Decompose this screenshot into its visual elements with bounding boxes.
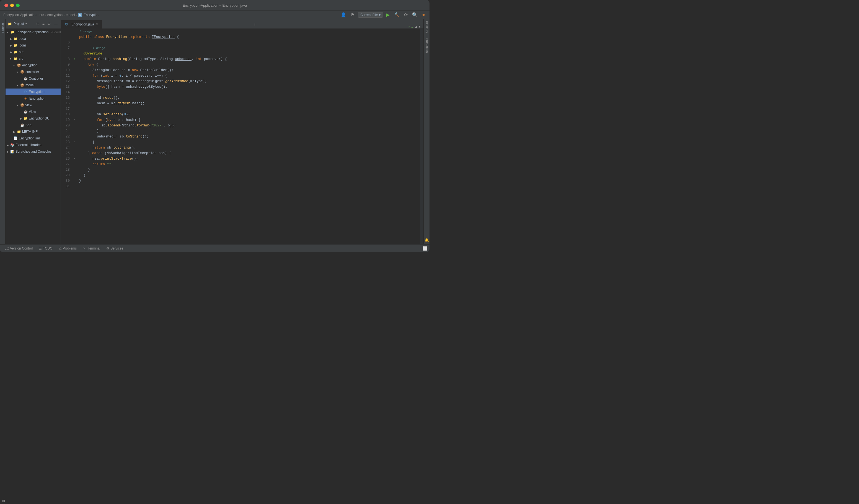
code-line-19: sb . setLength ( 0 ); bbox=[79, 112, 418, 117]
arrow-out: ▶ bbox=[10, 51, 13, 54]
colon-20: : bbox=[122, 117, 126, 123]
close-button[interactable] bbox=[4, 4, 8, 7]
dot-19: . bbox=[101, 112, 103, 117]
param-passover: passover bbox=[204, 57, 221, 62]
tree-item-idea[interactable]: ▶ 📁 .idea bbox=[5, 35, 61, 42]
tree-item-icons[interactable]: ▶ 📁 icons bbox=[5, 42, 61, 49]
semi-12b: ; bbox=[151, 73, 155, 79]
expand-bottom-panel[interactable]: ⬜ bbox=[423, 246, 427, 250]
breadcrumb-file[interactable]: Encryption bbox=[84, 13, 99, 17]
type-string-9: String bbox=[98, 57, 113, 62]
current-file-button[interactable]: Current File ▾ bbox=[358, 12, 383, 18]
sidebar-dropdown[interactable]: ▾ bbox=[26, 22, 27, 25]
tree-label-view-class: View bbox=[29, 110, 36, 114]
paren-13: (mdType); bbox=[188, 79, 207, 84]
bookmarks-tab[interactable]: Bookmarks bbox=[425, 36, 428, 55]
tree-item-controller[interactable]: ▾ 📦 controller bbox=[5, 68, 61, 75]
parens-11: (); bbox=[167, 67, 174, 73]
tree-item-encryption-class[interactable]: ▶ © Encryption bbox=[5, 89, 61, 95]
tab-services[interactable]: ⚙ Services bbox=[104, 245, 126, 251]
breadcrumb-model[interactable]: model bbox=[66, 13, 75, 17]
var-md-13: md bbox=[126, 79, 132, 84]
kw-for-12: for bbox=[92, 73, 101, 79]
tree-item-encryption[interactable]: ▾ 📦 encryption bbox=[5, 62, 61, 68]
kw-byte-20: byte bbox=[107, 117, 118, 123]
brace-close-22: } bbox=[97, 128, 99, 134]
code-line-28: return "" ; bbox=[79, 162, 418, 167]
tab-terminal[interactable]: >_ Terminal bbox=[80, 245, 103, 251]
param-unhashed: unhashed bbox=[175, 57, 192, 62]
code-line-25: return sb . toString (); bbox=[79, 145, 418, 151]
tab-todo[interactable]: ☰ TODO bbox=[36, 245, 55, 251]
center-layout: © Encryption.java ✕ ⋮ ✓ 1 ▲▼ 5 6 7 bbox=[61, 19, 430, 244]
tab-problems[interactable]: ⚠ Problems bbox=[56, 245, 80, 251]
fn-print-27: printStackTrace bbox=[101, 156, 132, 162]
folder-icon-src: 📁 bbox=[13, 57, 18, 61]
tree-item-scratches[interactable]: ▶ 📝 Scratches and Consoles bbox=[5, 148, 61, 155]
tree-item-view[interactable]: ▾ 📦 view bbox=[5, 102, 61, 108]
code-line-23: unhashed = sb . toString (); bbox=[79, 134, 418, 139]
code-line-17: hash = md . digest (hash); bbox=[79, 101, 418, 106]
code-line-24: } bbox=[79, 139, 418, 145]
comma-9b: , bbox=[192, 57, 196, 62]
settings-button[interactable]: ⚙ bbox=[46, 21, 52, 26]
profile-button[interactable]: 👤 bbox=[340, 12, 347, 18]
code-editor[interactable]: 5 6 7 8 9 10 11 12 13 14 15 16 17 18 1 bbox=[61, 29, 423, 244]
tree-item-view-class[interactable]: ▶ ☕ View bbox=[5, 108, 61, 115]
code-line-8: @Override bbox=[79, 51, 418, 57]
tree-item-model[interactable]: ▾ 📦 model bbox=[5, 82, 61, 89]
tree-label-view: view bbox=[26, 103, 32, 107]
arrow-src: ▾ bbox=[10, 57, 13, 60]
arrow-meta-inf: ▶ bbox=[13, 130, 17, 133]
tab-more-button[interactable]: ⋮ bbox=[251, 20, 259, 29]
notifications-button[interactable]: ● bbox=[421, 11, 426, 18]
tab-close-button[interactable]: ✕ bbox=[96, 23, 98, 26]
breadcrumb-encryption[interactable]: encryption bbox=[47, 13, 62, 17]
kw-int-12: int bbox=[103, 73, 111, 79]
tree-label-controller: controller bbox=[26, 70, 39, 74]
arrow-encryption: ▾ bbox=[13, 64, 17, 67]
close-sidebar-button[interactable]: — bbox=[53, 21, 58, 26]
tree-item-controller-class[interactable]: ▶ ☕ Controller bbox=[5, 75, 61, 82]
collapse-all-button[interactable]: ≡ bbox=[42, 21, 45, 26]
paren-12: ( bbox=[101, 73, 103, 79]
tree-item-external-libraries[interactable]: ▶ 📚 External Libraries bbox=[5, 142, 61, 148]
tree-item-src[interactable]: ▾ 📁 src bbox=[5, 55, 61, 62]
structure-tab[interactable]: Structure bbox=[425, 19, 428, 36]
var-hash-17: hash bbox=[97, 101, 107, 106]
dot-16: . bbox=[101, 95, 103, 101]
todo-icon: ☰ bbox=[39, 246, 42, 250]
folder-icon-icons: 📁 bbox=[13, 43, 18, 48]
minimize-button[interactable] bbox=[10, 4, 14, 7]
tree-item-out[interactable]: ▶ 📁 out bbox=[5, 49, 61, 55]
tab-version-control[interactable]: ⎇ Version Control bbox=[2, 245, 35, 251]
brace-10: { bbox=[96, 62, 99, 67]
validation-arrows[interactable]: ▲▼ bbox=[415, 25, 421, 29]
build-button[interactable]: 🔨 bbox=[393, 12, 401, 18]
navigate-button[interactable]: ⚑ bbox=[349, 12, 356, 18]
breadcrumb-sep-3: › bbox=[64, 13, 65, 17]
rebuild-button[interactable]: ⟳ bbox=[403, 12, 409, 18]
search-button[interactable]: 🔍 bbox=[411, 12, 419, 18]
tree-item-encryption-iml[interactable]: ▶ 📄 Encryption.iml bbox=[5, 135, 61, 142]
folder-icon-encryption-gui: 📁 bbox=[23, 116, 28, 121]
tree-item-meta-inf[interactable]: ▶ 📁 META-INF bbox=[5, 128, 61, 135]
bell-icon[interactable]: 🔔 bbox=[424, 238, 429, 242]
tab-encryption-java[interactable]: © Encryption.java ✕ bbox=[61, 20, 102, 29]
maximize-button[interactable] bbox=[16, 4, 20, 7]
breadcrumb-src[interactable]: src bbox=[40, 13, 44, 17]
breadcrumb-project[interactable]: Encryption-Application bbox=[3, 13, 36, 17]
run-button[interactable]: ▶ bbox=[385, 12, 391, 18]
locate-button[interactable]: ⊕ bbox=[35, 21, 41, 26]
project-tab-label[interactable]: Project bbox=[1, 21, 4, 35]
code-content[interactable]: 1 usage public class Encryption implemen… bbox=[77, 29, 420, 244]
eq-17: = bbox=[107, 101, 111, 106]
tree-item-iencryption[interactable]: ▶ ◈ IEncryption bbox=[5, 95, 61, 102]
tree-item-app[interactable]: ▶ ☕ App bbox=[5, 122, 61, 128]
tree-item-encryption-gui[interactable]: ▶ 📁 EncryptionGUI bbox=[5, 115, 61, 122]
brace-close-24: } bbox=[92, 139, 95, 145]
tree-item-root[interactable]: ▾ 📁 Encryption-Application ~/Downloads/E… bbox=[5, 29, 61, 35]
brace-close-29: } bbox=[88, 167, 90, 173]
arrow-model: ▾ bbox=[17, 84, 20, 87]
code-line-30: } bbox=[79, 173, 418, 178]
